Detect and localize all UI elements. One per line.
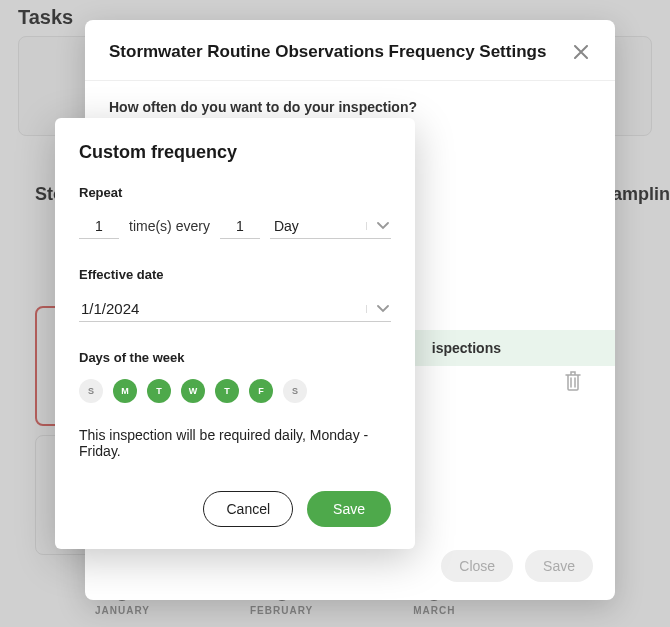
modal-prompt: How often do you want to do your inspect…	[109, 99, 591, 115]
repeat-unit-select[interactable]: Day	[270, 214, 391, 239]
inspections-label: ispections	[432, 340, 591, 356]
days-label: Days of the week	[79, 350, 391, 365]
custom-frequency-title: Custom frequency	[79, 142, 391, 163]
frequency-summary: This inspection will be required daily, …	[79, 427, 391, 459]
day-saturday[interactable]: S	[283, 379, 307, 403]
modal-body: How often do you want to do your inspect…	[85, 81, 615, 115]
trash-icon[interactable]	[563, 370, 583, 392]
times-text: time(s) every	[129, 218, 210, 234]
repeat-unit-value: Day	[274, 218, 299, 234]
chevron-down-icon	[366, 305, 389, 313]
day-tuesday[interactable]: T	[147, 379, 171, 403]
custom-frequency-modal: Custom frequency Repeat time(s) every Da…	[55, 118, 415, 549]
day-wednesday[interactable]: W	[181, 379, 205, 403]
effective-date-value: 1/1/2024	[81, 300, 139, 317]
cancel-button[interactable]: Cancel	[203, 491, 293, 527]
day-monday[interactable]: M	[113, 379, 137, 403]
effective-date-label: Effective date	[79, 267, 391, 282]
repeat-label: Repeat	[79, 185, 391, 200]
repeat-count-input[interactable]	[79, 214, 119, 239]
close-icon[interactable]	[571, 42, 591, 62]
repeat-interval-input[interactable]	[220, 214, 260, 239]
day-friday[interactable]: F	[249, 379, 273, 403]
save-button[interactable]: Save	[307, 491, 391, 527]
days-row: S M T W T F S	[79, 379, 391, 403]
save-button[interactable]: Save	[525, 550, 593, 582]
chevron-down-icon	[366, 222, 389, 230]
day-sunday[interactable]: S	[79, 379, 103, 403]
modal-title: Stormwater Routine Observations Frequenc…	[109, 42, 546, 62]
close-button[interactable]: Close	[441, 550, 513, 582]
repeat-row: time(s) every Day	[79, 214, 391, 239]
effective-date-select[interactable]: 1/1/2024	[79, 296, 391, 322]
custom-frequency-footer: Cancel Save	[79, 491, 391, 527]
modal-header: Stormwater Routine Observations Frequenc…	[85, 20, 615, 81]
modal-footer: Close Save	[441, 550, 593, 582]
day-thursday[interactable]: T	[215, 379, 239, 403]
